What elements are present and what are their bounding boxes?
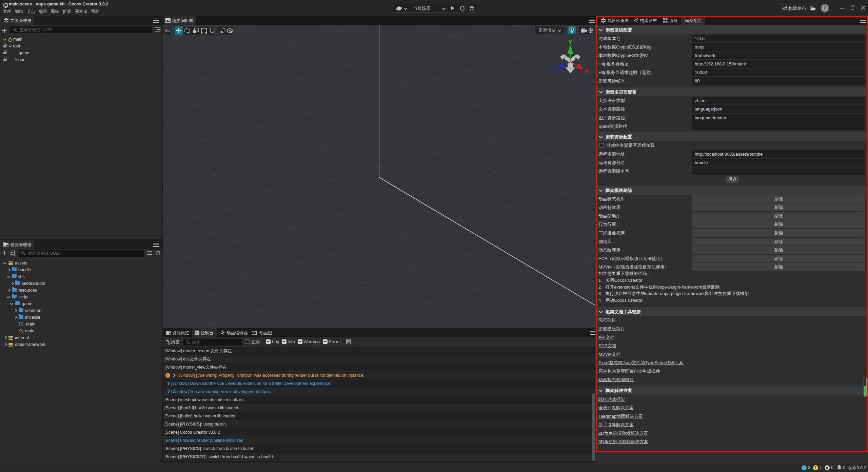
svg-text:Z: Z: [553, 67, 556, 74]
svg-text:Y: Y: [568, 39, 572, 45]
svg-text:X: X: [585, 68, 589, 74]
